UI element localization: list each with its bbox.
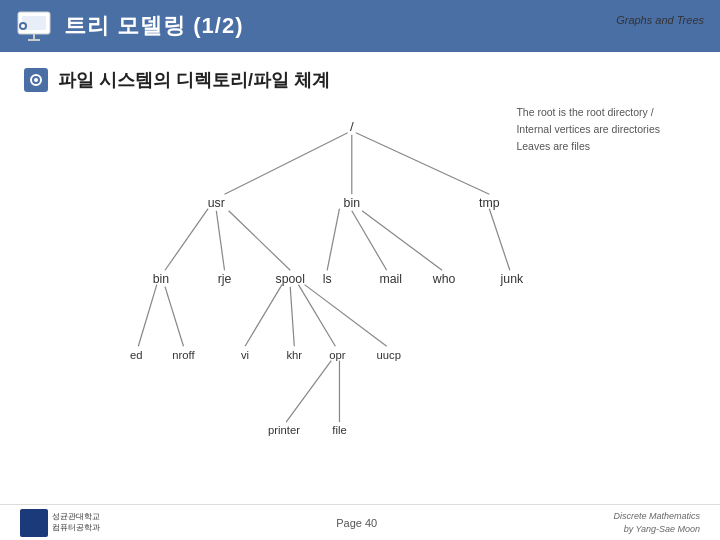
svg-line-13	[216, 211, 224, 271]
main-content: 파일 시스템의 디렉토리/파일 체계 The root is the root …	[0, 52, 720, 510]
svg-text:bin: bin	[344, 196, 361, 210]
svg-text:printer: printer	[268, 424, 300, 436]
svg-text:ed: ed	[130, 349, 143, 361]
university-name: 성균관대학교컴퓨터공학과	[52, 512, 100, 533]
svg-line-12	[165, 209, 208, 271]
tree-svg: / usr bin tmp bin rje spool ls mail who …	[40, 104, 680, 494]
svg-text:usr: usr	[208, 196, 225, 210]
svg-text:junk: junk	[500, 272, 524, 286]
presentation-icon	[16, 8, 52, 44]
tree-diagram: The root is the root directory / Interna…	[40, 104, 680, 494]
section-label: 파일 시스템의 디렉토리/파일 체계	[58, 68, 330, 92]
svg-line-9	[225, 133, 348, 195]
svg-line-15	[327, 209, 339, 271]
svg-line-21	[245, 285, 282, 347]
svg-text:file: file	[332, 424, 346, 436]
svg-line-18	[489, 209, 510, 271]
header: 트리 모델링 (1/2)	[0, 0, 720, 52]
svg-text:/: /	[350, 119, 354, 134]
university-logo	[20, 509, 48, 537]
page-number: Page 40	[336, 517, 377, 529]
svg-text:opr: opr	[329, 349, 346, 361]
svg-text:ls: ls	[323, 272, 332, 286]
svg-line-16	[352, 211, 387, 271]
svg-text:vi: vi	[241, 349, 249, 361]
svg-text:uucp: uucp	[377, 349, 401, 361]
section-title: 파일 시스템의 디렉토리/파일 체계	[24, 68, 696, 92]
svg-line-20	[165, 287, 183, 347]
credit-line2: by Yang-Sae Moon	[624, 524, 700, 534]
slide-title: 트리 모델링 (1/2)	[64, 11, 243, 41]
svg-line-17	[362, 211, 442, 271]
svg-text:nroff: nroff	[172, 349, 195, 361]
footer-logo: 성균관대학교컴퓨터공학과	[20, 509, 100, 537]
svg-text:rje: rje	[218, 272, 232, 286]
footer-credit: Discrete Mathematics by Yang-Sae Moon	[613, 510, 700, 535]
svg-point-5	[21, 24, 25, 28]
header-subtitle: Graphs and Trees	[616, 14, 704, 26]
svg-line-11	[356, 133, 489, 195]
svg-line-19	[138, 285, 156, 347]
svg-text:spool: spool	[276, 272, 305, 286]
svg-text:bin: bin	[153, 272, 170, 286]
footer: 성균관대학교컴퓨터공학과 Page 40 Discrete Mathematic…	[0, 504, 720, 540]
svg-line-25	[286, 361, 331, 423]
svg-text:who: who	[432, 272, 456, 286]
svg-text:tmp: tmp	[479, 196, 500, 210]
svg-line-22	[290, 287, 294, 347]
bullet-icon	[24, 68, 48, 92]
svg-text:mail: mail	[380, 272, 403, 286]
svg-text:khr: khr	[286, 349, 302, 361]
svg-line-14	[229, 211, 291, 271]
credit-line1: Discrete Mathematics	[613, 511, 700, 521]
svg-point-8	[34, 78, 38, 82]
